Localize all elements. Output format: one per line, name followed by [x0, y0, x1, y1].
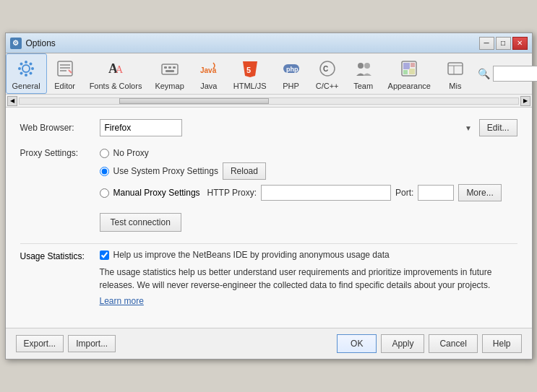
browser-select[interactable]: Firefox Chrome Default Browser	[100, 119, 182, 136]
usage-statistics-description: The usage statistics help us better unde…	[100, 266, 517, 292]
options-window: ⚙ Options ─ □ ✕	[5, 32, 533, 360]
team-icon	[352, 57, 375, 80]
toolbar-item-misc[interactable]: Mis	[437, 53, 473, 94]
no-proxy-radio[interactable]	[100, 149, 109, 158]
select-arrow-icon: ▼	[465, 124, 472, 132]
svg-point-0	[22, 65, 30, 72]
scroll-left-arrow[interactable]: ◀	[7, 96, 17, 106]
editor-icon	[53, 57, 77, 80]
misc-label: Mis	[449, 82, 461, 90]
svg-point-8	[20, 72, 23, 75]
manual-proxy-row: Manual Proxy Settings HTTP Proxy: Port: …	[100, 184, 502, 201]
scroll-right-arrow[interactable]: ▶	[520, 96, 530, 106]
misc-icon	[444, 57, 467, 80]
minimize-button[interactable]: ─	[479, 37, 494, 50]
toolbar-item-team[interactable]: Team	[345, 53, 382, 94]
svg-text:5: 5	[246, 66, 251, 74]
search-button[interactable]: 🔍	[478, 68, 490, 79]
footer: Export... Import... OK Apply Cancel Help	[6, 328, 532, 359]
svg-rect-18	[164, 66, 167, 69]
export-button[interactable]: Export...	[16, 335, 64, 352]
edit-button[interactable]: Edit...	[479, 119, 517, 136]
proxy-settings-row: Proxy Settings: No Proxy Use System Prox…	[20, 148, 517, 201]
system-proxy-row: Use System Proxy Settings Reload	[100, 162, 502, 180]
learn-more-link[interactable]: Learn more	[100, 296, 144, 306]
svg-point-3	[18, 67, 21, 70]
import-button[interactable]: Import...	[68, 335, 116, 352]
svg-point-4	[31, 67, 34, 70]
system-proxy-radio[interactable]	[100, 167, 109, 176]
editor-label: Editor	[54, 82, 75, 90]
svg-point-1	[25, 61, 27, 64]
test-connection-button[interactable]: Test connection	[100, 213, 181, 232]
http-proxy-input[interactable]	[261, 185, 391, 201]
toolbar-item-keymap[interactable]: Keymap	[148, 53, 190, 94]
toolbar-item-appearance[interactable]: Appearance	[382, 53, 437, 94]
usage-statistics-section: Usage Statistics: Help us improve the Ne…	[20, 250, 517, 306]
team-label: Team	[353, 82, 373, 90]
html-js-label: HTML/JS	[233, 82, 267, 90]
close-button[interactable]: ✕	[512, 37, 528, 50]
svg-point-2	[25, 74, 27, 77]
usage-statistics-content: Help us improve the NetBeans IDE by prov…	[100, 250, 517, 306]
usage-checkbox-row: Help us improve the NetBeans IDE by prov…	[100, 250, 517, 260]
appearance-icon	[398, 57, 421, 80]
toolbar-item-editor[interactable]: Editor	[47, 53, 83, 94]
reload-button[interactable]: Reload	[223, 162, 266, 180]
proxy-settings-label: Proxy Settings:	[20, 148, 100, 158]
usage-statistics-checkbox[interactable]	[100, 251, 109, 260]
svg-point-7	[30, 63, 33, 66]
manual-proxy-label: Manual Proxy Settings	[113, 188, 200, 198]
browser-select-container: Firefox Chrome Default Browser ▼	[100, 119, 475, 136]
c-cpp-icon: C	[316, 57, 339, 80]
no-proxy-row: No Proxy	[100, 148, 502, 158]
toolbar-item-general[interactable]: General	[6, 53, 47, 94]
svg-rect-33	[411, 63, 415, 67]
search-input[interactable]	[493, 66, 537, 82]
ok-button[interactable]: OK	[337, 334, 377, 353]
scroll-track[interactable]	[19, 97, 519, 105]
c-cpp-label: C/C++	[316, 82, 339, 90]
no-proxy-label: No Proxy	[113, 148, 149, 158]
keymap-label: Keymap	[155, 82, 184, 90]
fonts-colors-icon: A A	[104, 57, 127, 80]
svg-rect-34	[403, 70, 408, 74]
manual-proxy-radio[interactable]	[100, 188, 109, 198]
svg-point-5	[20, 63, 23, 66]
general-icon	[14, 57, 38, 80]
svg-rect-9	[58, 61, 72, 76]
svg-rect-20	[173, 66, 176, 69]
more-button[interactable]: More...	[458, 184, 501, 201]
svg-point-29	[358, 63, 364, 69]
window-title: Options	[26, 38, 56, 48]
help-button[interactable]: Help	[482, 334, 522, 353]
usage-statistics-label: Usage Statistics:	[20, 250, 100, 306]
system-proxy-label: Use System Proxy Settings	[113, 166, 218, 176]
toolbar-items: General Editor	[6, 53, 473, 94]
titlebar-left: ⚙ Options	[10, 38, 56, 49]
content-area: Web Browser: Firefox Chrome Default Brow…	[6, 108, 532, 328]
cancel-button[interactable]: Cancel	[429, 334, 477, 353]
port-input[interactable]	[418, 185, 454, 201]
toolbar-item-html-js[interactable]: 5 HTML/JS	[227, 53, 273, 94]
toolbar-search: 🔍	[473, 53, 537, 94]
toolbar-item-c-cpp[interactable]: C C/C++	[309, 53, 345, 94]
java-icon: Java	[197, 57, 220, 80]
apply-button[interactable]: Apply	[381, 334, 424, 353]
svg-rect-32	[403, 63, 410, 69]
svg-text:C: C	[323, 65, 328, 73]
test-connection-row: Test connection	[100, 213, 517, 232]
toolbar-item-fonts-colors[interactable]: A A Fonts & Colors	[83, 53, 149, 94]
toolbar-item-php[interactable]: php PHP	[273, 53, 309, 94]
toolbar-item-java[interactable]: Java Java	[191, 53, 227, 94]
http-proxy-label: HTTP Proxy:	[207, 188, 257, 198]
svg-rect-19	[168, 66, 171, 69]
web-browser-row: Web Browser: Firefox Chrome Default Brow…	[20, 119, 517, 136]
separator	[20, 243, 517, 244]
port-label: Port:	[395, 188, 413, 198]
restore-button[interactable]: □	[496, 37, 511, 50]
web-browser-label: Web Browser:	[20, 123, 100, 133]
proxy-options: No Proxy Use System Proxy Settings Reloa…	[100, 148, 502, 201]
toolbar-scrollbar: ◀ ▶	[6, 95, 532, 108]
app-icon: ⚙	[10, 38, 22, 49]
